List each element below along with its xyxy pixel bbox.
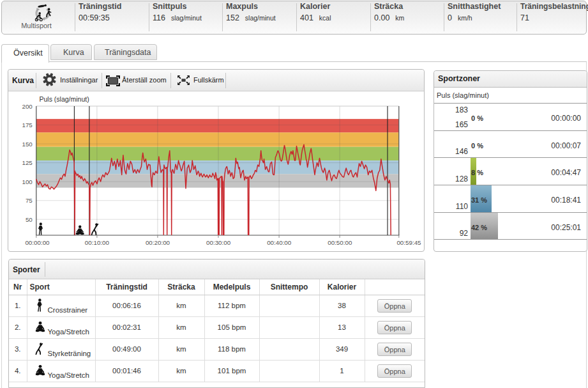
svg-text:200: 200 — [22, 103, 33, 110]
svg-text:125: 125 — [22, 159, 33, 166]
svg-text:75: 75 — [26, 197, 33, 204]
svg-text:150: 150 — [22, 141, 33, 148]
svg-text:00:50:00: 00:50:00 — [328, 239, 352, 246]
svg-text:00:00:00: 00:00:00 — [25, 239, 50, 246]
svg-text:50: 50 — [26, 216, 33, 223]
svg-text:00:20:00: 00:20:00 — [146, 239, 170, 246]
svg-text:00:10:00: 00:10:00 — [85, 239, 110, 246]
svg-text:175: 175 — [22, 121, 33, 128]
svg-text:100: 100 — [22, 178, 33, 185]
svg-text:00:30:00: 00:30:00 — [206, 239, 231, 246]
svg-text:Puls (slag/minut): Puls (slag/minut) — [40, 95, 89, 103]
svg-text:00:40:00: 00:40:00 — [267, 239, 292, 246]
svg-text:00:59:45: 00:59:45 — [396, 239, 421, 246]
